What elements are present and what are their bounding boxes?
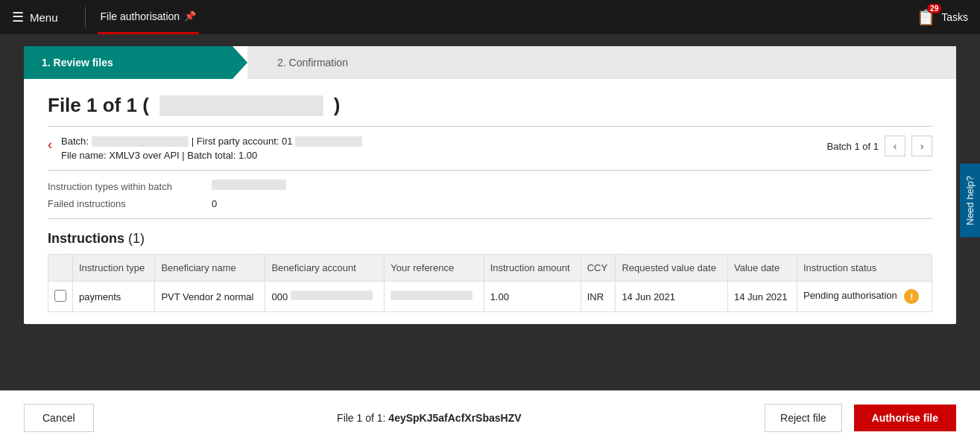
col-instruction-type: Instruction type [73, 255, 155, 282]
cell-type: payments [73, 282, 155, 312]
menu-label: Menu [30, 11, 58, 24]
col-beneficiary-name: Beneficiary name [155, 255, 265, 282]
first-party-account-blurred [295, 136, 362, 147]
reject-file-button[interactable]: Reject file [765, 404, 841, 432]
tasks-label: Tasks [941, 11, 968, 23]
col-beneficiary-account: Beneficiary account [265, 255, 385, 282]
first-party-label: | First party account: 01 [192, 136, 293, 147]
batch-line-2: File name: XMLV3 over API | Batch total:… [61, 150, 818, 161]
back-button[interactable]: ‹ [48, 137, 52, 153]
pin-icon: 📌 [184, 10, 196, 22]
details-divider [48, 218, 932, 219]
table-header: Instruction type Beneficiary name Benefi… [48, 255, 932, 282]
cell-beneficiary-name: PVT Vendor 2 normal [155, 282, 265, 312]
table-body: payments PVT Vendor 2 normal 000 1.00 [48, 282, 932, 312]
authorise-file-button[interactable]: Authorise file [854, 405, 956, 431]
step-1-review[interactable]: 1. Review files [24, 46, 247, 79]
instructions-heading: Instructions (1) [48, 231, 932, 247]
your-reference-blurred [391, 291, 472, 300]
details-section: Instruction types within batch Failed in… [48, 180, 932, 209]
cell-requested-value-date: 14 Jun 2021 [616, 282, 728, 312]
instruction-types-row: Instruction types within batch [48, 180, 932, 192]
file-title: File 1 of 1 ( ) [48, 94, 932, 117]
batch-id-blurred [92, 136, 189, 147]
col-your-reference: Your reference [385, 255, 484, 282]
failed-instructions-row: Failed instructions 0 [48, 198, 932, 209]
failed-instructions-value: 0 [212, 198, 217, 209]
bottom-action-bar: Cancel File 1 of 1: 4eySpKJ5afAcfXrSbasH… [0, 390, 980, 444]
cancel-button[interactable]: Cancel [24, 404, 94, 432]
file-hash: 4eySpKJ5afAcfXrSbasHZV [388, 412, 521, 424]
instruction-types-label: Instruction types within batch [48, 181, 212, 192]
tasks-count-badge: 29 [927, 4, 941, 13]
col-checkbox [48, 255, 73, 282]
col-instruction-status: Instruction status [797, 255, 932, 282]
cell-status: Pending authorisation ! [797, 282, 932, 312]
hamburger-icon: ☰ [12, 9, 24, 25]
instruction-types-value-blurred [212, 180, 286, 190]
title-divider [48, 126, 932, 127]
batch-prev-button[interactable]: ‹ [885, 136, 905, 156]
batch-navigation: Batch 1 of 1 ‹ › [827, 136, 932, 156]
cell-your-reference [385, 282, 484, 312]
cell-amount: 1.00 [484, 282, 581, 312]
batch-divider [48, 170, 932, 171]
batch-next-button[interactable]: › [911, 136, 932, 156]
cell-value-date: 14 Jun 2021 [728, 282, 797, 312]
menu-button[interactable]: ☰ Menu [12, 9, 73, 25]
bottom-file-info: File 1 of 1: 4eySpKJ5afAcfXrSbasHZV [106, 412, 753, 424]
instructions-table: Instruction type Beneficiary name Benefi… [48, 254, 932, 312]
tasks-button[interactable]: 📋 29 Tasks [917, 8, 968, 26]
col-instruction-amount: Instruction amount [484, 255, 581, 282]
batch-nav-label: Batch 1 of 1 [827, 141, 879, 152]
nav-divider [85, 7, 86, 28]
file-title-prefix: File 1 of 1 ( [48, 94, 149, 117]
beneficiary-account-blurred [291, 291, 373, 300]
cell-ccy: INR [581, 282, 616, 312]
file-title-suffix: ) [334, 94, 341, 117]
top-navigation: ☰ Menu File authorisation 📌 📋 29 Tasks [0, 0, 980, 34]
step-2-confirmation: 2. Confirmation [247, 46, 956, 79]
row-checkbox-cell[interactable] [48, 282, 73, 312]
batch-line-1: Batch: | First party account: 01 [61, 136, 818, 147]
file-name-blurred [159, 95, 323, 116]
main-content-area: 1. Review files 2. Confirmation File 1 o… [24, 46, 956, 324]
file-info-prefix: File 1 of 1: [337, 412, 388, 424]
instructions-count: (1) [128, 231, 145, 246]
col-value-date: Value date [728, 255, 797, 282]
file-authorisation-tab[interactable]: File authorisation 📌 [98, 0, 200, 34]
failed-instructions-label: Failed instructions [48, 198, 212, 209]
batch-row: ‹ Batch: | First party account: 01 File … [48, 136, 932, 161]
batch-info: Batch: | First party account: 01 File na… [61, 136, 818, 161]
steps-bar: 1. Review files 2. Confirmation [24, 46, 956, 79]
table-row: payments PVT Vendor 2 normal 000 1.00 [48, 282, 932, 312]
warning-icon: ! [904, 289, 919, 304]
row-checkbox[interactable] [54, 290, 66, 302]
tab-label: File authorisation [101, 10, 180, 22]
need-help-button[interactable]: Need help? [960, 164, 980, 238]
col-ccy: CCY [581, 255, 616, 282]
batch-label: Batch: [61, 136, 89, 147]
col-requested-value-date: Requested value date [616, 255, 728, 282]
cell-beneficiary-account: 000 [265, 282, 385, 312]
